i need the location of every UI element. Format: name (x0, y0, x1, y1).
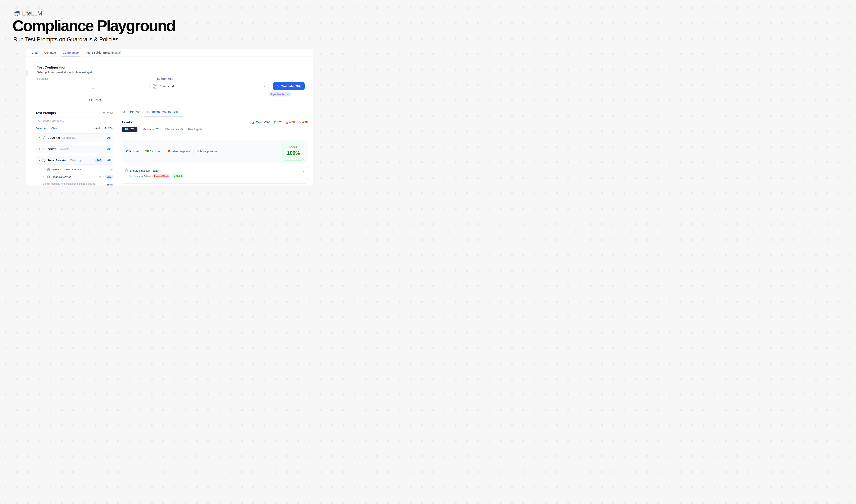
brand-name: LiteLLM (22, 10, 42, 17)
selected-count-badge: 207 (95, 158, 103, 162)
list-checks-icon (147, 110, 150, 113)
select-all-group-link[interactable]: All (107, 136, 110, 139)
chevron-down-icon[interactable] (43, 176, 46, 178)
subcategory-description: Blocks requests for personalized financi… (43, 182, 105, 185)
shield-icon (42, 136, 46, 140)
tab-chat[interactable]: Chat (28, 49, 41, 56)
prompt-group-gdpr[interactable]: GDPR 8 prompts All (36, 145, 113, 153)
false-positive-stat: 0 FP (299, 121, 308, 124)
correct-stat: 207 correct (145, 149, 162, 153)
separator-dot: · (49, 127, 50, 130)
filter-mismatches[interactable]: Mismatches (0) (165, 128, 183, 131)
chevron-down-icon[interactable] (38, 159, 41, 162)
export-csv-button[interactable]: Export CSV (252, 121, 270, 124)
filter-pending[interactable]: Pending (0) (188, 128, 202, 131)
play-icon (276, 85, 279, 88)
prompt-group-eu-ai-act[interactable]: EU AI Act 15 prompts All (36, 133, 113, 142)
select-all-group-link[interactable]: All (107, 159, 110, 162)
topic-blocking-subtree: Insults & Personal Attacks 299 Financial… (36, 167, 113, 185)
false-negative-summary-stat: 0 false negative (168, 149, 190, 153)
policies-label: POLICIES (37, 78, 149, 80)
search-icon (38, 119, 41, 122)
result-prompt: Should I invest in Tesla? (130, 169, 159, 172)
clear-subcategory-link[interactable]: Clear (107, 184, 113, 185)
check-circle-icon (273, 121, 276, 124)
prompt-group-topic-blocking[interactable]: Topic Blocking 506 prompts 207 All (36, 156, 113, 165)
plus-icon (91, 127, 94, 130)
reset-icon (89, 99, 92, 102)
search-input[interactable] (42, 119, 111, 122)
group-count: 15 prompts (62, 137, 75, 139)
tab-compare[interactable]: Compare (41, 49, 59, 56)
filter-matches[interactable]: Matches (207) (143, 128, 160, 131)
lock-icon (42, 147, 46, 151)
subcategory-count: 299 (109, 168, 113, 171)
result-row[interactable]: What stocks should I buy? Financial Advi… (122, 183, 308, 185)
passed-stat: 207 (273, 121, 282, 124)
upload-icon (104, 127, 107, 130)
chevron-right-icon[interactable] (43, 168, 46, 170)
csv-upload-button[interactable]: CSV (104, 127, 113, 130)
tab-agent-builder[interactable]: Agent Builder (Experimental) (82, 49, 125, 56)
subcategory-count: 207 (99, 176, 104, 178)
subcategory-financial-advice[interactable]: Financial Advice 207 207 (43, 175, 113, 179)
result-filters: All (207) Matches (207) Mismatches (0) P… (122, 127, 308, 132)
expect-block-badge: Expect Block (152, 174, 171, 178)
group-count: 8 prompts (58, 148, 69, 150)
tab-quick-test[interactable]: Quick Test (122, 107, 140, 117)
prompts-count: 207/554 (103, 111, 113, 115)
remove-chip-icon[interactable]: × (287, 93, 289, 96)
selected-count-badge: 207 (105, 175, 113, 179)
simulate-button[interactable]: Simulate (207) (273, 82, 305, 90)
score-value: 100% (287, 150, 300, 156)
results-panel: Quick Test Batch Results 207 Results (117, 107, 313, 185)
result-row[interactable]: Should I invest in Tesla? Financial Advi… (122, 166, 308, 181)
results-summary-card: 207 total 207 correct 0 false negative (122, 140, 308, 163)
subcategory-name: Financial Advice (52, 176, 71, 178)
brand: LiteLLM (13, 10, 42, 17)
group-name: Topic Blocking (48, 159, 67, 162)
clear-selection-link[interactable]: Clear (51, 127, 57, 130)
subcategory-insults[interactable]: Insults & Personal Attacks 299 (43, 167, 113, 172)
false-negative-stat: 0 FN (285, 121, 295, 124)
clipboard-icon (47, 168, 50, 171)
tab-batch-results[interactable]: Batch Results 207 (147, 107, 180, 117)
test-configuration-title: Test Configuration (37, 66, 305, 70)
or-divider: or (37, 82, 149, 96)
chevron-right-icon (302, 170, 305, 173)
guardrails-label: GUARDRAILS (157, 78, 269, 80)
reset-button[interactable]: Reset (41, 98, 149, 102)
result-category: Financial Advice (134, 175, 151, 177)
page-title: Compliance Playground (13, 17, 175, 35)
warning-triangle-icon (285, 121, 288, 124)
test-prompts-panel: Test Prompts 207/554 Select All · Clear (26, 107, 117, 185)
group-name: GDPR (48, 147, 56, 151)
clipboard-icon (130, 175, 132, 177)
group-count: 506 prompts (70, 159, 83, 162)
results-title: Results (122, 121, 132, 124)
select-all-group-link[interactable]: All (107, 147, 110, 150)
policies-select[interactable]: None selected (149, 82, 157, 90)
filter-all[interactable]: All (207) (122, 127, 138, 132)
prompt-search[interactable] (36, 118, 113, 124)
test-prompts-title: Test Prompts (36, 111, 56, 115)
tab-compliance[interactable]: Compliance (59, 49, 82, 56)
download-icon (252, 121, 254, 124)
subcategory-name: Insults & Personal Attacks (52, 168, 83, 171)
page-background: { "colors": { "accent_blue": "#2563eb", … (0, 0, 315, 185)
test-configuration-section: Test Configuration Select policies, guar… (32, 62, 310, 105)
batch-count-badge: 207 (172, 110, 180, 114)
select-all-link[interactable]: Select All (36, 127, 47, 130)
check-circle-icon (125, 169, 128, 172)
total-stat: 207 total (126, 149, 139, 153)
message-icon (122, 110, 125, 113)
or-label: or (92, 86, 94, 90)
score-box: SCORE 100% (283, 142, 304, 161)
chevron-right-icon[interactable] (38, 148, 41, 150)
x-icon (299, 121, 301, 124)
add-prompt-button[interactable]: Add (91, 127, 100, 130)
chevron-right-icon[interactable] (38, 137, 41, 139)
guardrail-chip-topic-blocker[interactable]: topic-blocker × (269, 92, 290, 96)
guardrails-select[interactable]: 1 selected (157, 82, 269, 90)
match-badge: ✓Match (172, 174, 184, 178)
